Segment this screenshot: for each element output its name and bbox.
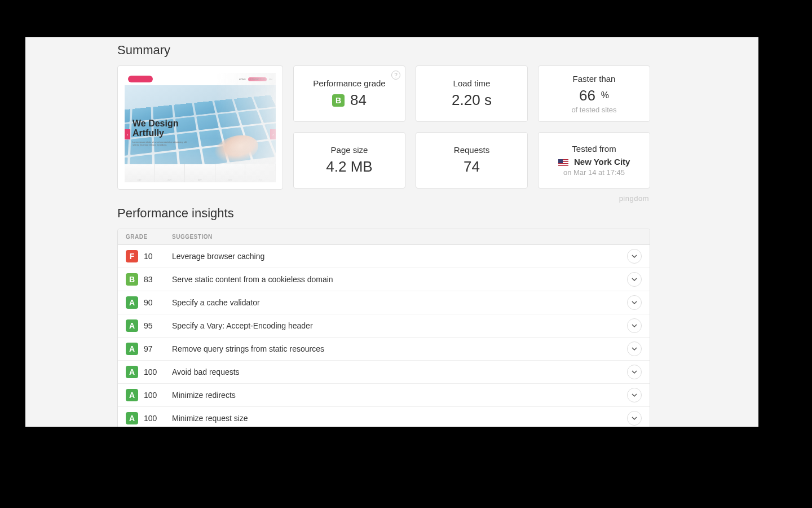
chevron-down-icon (632, 392, 637, 398)
thumb-prev-arrow: ‹ (125, 129, 130, 139)
grade-cell: A90 (126, 296, 172, 309)
site-thumbnail: HOME CONTACT US EN We Design Artfully Lo… (125, 73, 276, 182)
grade-cell: A97 (126, 343, 172, 355)
insight-row[interactable]: B83Serve static content from a cookieles… (118, 268, 650, 291)
insights-heading: Performance insights (117, 206, 650, 221)
thumb-nav: HOME CONTACT US EN (239, 77, 272, 81)
grade-score: 100 (144, 414, 157, 423)
summary-grid: HOME CONTACT US EN We Design Artfully Lo… (117, 65, 650, 190)
grade-badge: A (126, 319, 138, 332)
metric-value: 74 (464, 158, 480, 176)
suggestion-text: Specify a Vary: Accept-Encoding header (172, 321, 627, 330)
grade-badge: B (126, 273, 138, 286)
grade-cell: A95 (126, 319, 172, 332)
metrics-column: ? Performance grade B 84 Load time 2.20 … (293, 65, 650, 190)
insights-header-row: GRADE SUGGESTION (118, 229, 650, 245)
flag-us-icon (558, 159, 568, 166)
metric-value: 66 (579, 87, 595, 104)
site-thumbnail-card[interactable]: HOME CONTACT US EN We Design Artfully Lo… (117, 65, 283, 190)
metric-label: Requests (454, 145, 489, 155)
col-header-grade: GRADE (126, 234, 172, 240)
grade-cell: B83 (126, 273, 172, 286)
grade-score: 100 (144, 391, 157, 400)
expand-button[interactable] (627, 318, 642, 333)
grade-score: 83 (144, 275, 153, 284)
metric-label: Performance grade (313, 78, 385, 88)
metric-load-time: Load time 2.20 s (416, 65, 528, 122)
grade-badge: F (126, 250, 138, 262)
app-surface: Summary HOME CONTACT US (25, 37, 758, 427)
grade-badge: A (126, 366, 138, 378)
summary-heading: Summary (117, 43, 650, 58)
chevron-down-icon (632, 253, 637, 259)
suggestion-text: Serve static content from a cookieless d… (172, 275, 627, 284)
grade-cell: A100 (126, 412, 172, 424)
expand-button[interactable] (627, 272, 642, 287)
tested-location: New York City (574, 157, 630, 167)
expand-button[interactable] (627, 295, 642, 310)
thumb-headline: We Design Artfully Lorem ipsum dolor sit… (133, 119, 189, 146)
chevron-down-icon (632, 323, 637, 329)
insight-row[interactable]: A100Minimize redirects (118, 384, 650, 407)
suggestion-text: Remove query strings from static resourc… (172, 344, 627, 353)
metric-value: 84 (350, 91, 367, 109)
grade-score: 10 (144, 252, 153, 261)
thumb-logo (128, 76, 153, 82)
expand-button[interactable] (627, 249, 642, 264)
suggestion-text: Minimize request size (172, 414, 627, 423)
suggestion-text: Minimize redirects (172, 391, 627, 400)
grade-cell: F10 (126, 250, 172, 262)
insights-table: GRADE SUGGESTION F10Leverage browser cac… (117, 229, 650, 427)
chevron-down-icon (632, 369, 637, 375)
grade-score: 95 (144, 321, 153, 330)
insight-row[interactable]: A97Remove query strings from static reso… (118, 338, 650, 361)
metric-tested-from: Tested from New York City on Mar 14 at 1… (538, 132, 650, 189)
grade-cell: A100 (126, 389, 172, 401)
expand-button[interactable] (627, 388, 642, 402)
suggestion-text: Leverage browser caching (172, 252, 627, 261)
grade-score: 97 (144, 344, 153, 353)
insight-row[interactable]: A100Avoid bad requests (118, 361, 650, 384)
suggestion-text: Specify a cache validator (172, 298, 627, 307)
expand-button[interactable] (627, 365, 642, 379)
metric-label: Page size (331, 145, 368, 155)
metric-sub: of tested sites (571, 106, 616, 114)
grade-cell: A100 (126, 366, 172, 378)
metric-unit: % (601, 90, 609, 100)
grade-badge: A (126, 343, 138, 355)
grade-badge: A (126, 412, 138, 424)
insight-row[interactable]: A90Specify a cache validator (118, 291, 650, 314)
chevron-down-icon (632, 277, 637, 282)
insight-row[interactable]: A100Minimize request size (118, 407, 650, 427)
metric-label: Faster than (573, 74, 616, 84)
metric-performance-grade: ? Performance grade B 84 (293, 65, 405, 122)
metric-value: 4.2 MB (326, 158, 372, 176)
col-header-suggestion: SUGGESTION (172, 234, 642, 240)
grade-badge: B (332, 94, 345, 107)
insight-row[interactable]: F10Leverage browser caching (118, 245, 650, 268)
insight-row[interactable]: A95Specify a Vary: Accept-Encoding heade… (118, 314, 650, 338)
grade-badge: A (126, 389, 138, 401)
chevron-down-icon (632, 346, 637, 352)
metric-label: Load time (453, 78, 491, 88)
tested-timestamp: on Mar 14 at 17:45 (563, 168, 625, 177)
brand-watermark: pingdom (117, 194, 649, 203)
grade-badge: A (126, 296, 138, 309)
thumb-next-arrow: › (270, 129, 276, 139)
grade-score: 90 (144, 298, 153, 307)
metric-faster-than: Faster than 66 % of tested sites (538, 65, 650, 122)
grade-score: 100 (144, 367, 157, 376)
metric-label: Tested from (572, 144, 616, 154)
suggestion-text: Avoid bad requests (172, 367, 627, 376)
chevron-down-icon (632, 300, 637, 305)
main-content: Summary HOME CONTACT US (117, 37, 650, 427)
chevron-down-icon (632, 415, 637, 421)
metric-page-size: Page size 4.2 MB (293, 132, 405, 189)
thumb-tabs: 10Y 20Y 30Y 50Y 70Y (125, 164, 276, 182)
expand-button[interactable] (627, 411, 642, 426)
metric-value: 2.20 s (452, 91, 492, 109)
help-icon[interactable]: ? (391, 71, 400, 80)
expand-button[interactable] (627, 341, 642, 356)
metric-requests: Requests 74 (416, 132, 528, 189)
